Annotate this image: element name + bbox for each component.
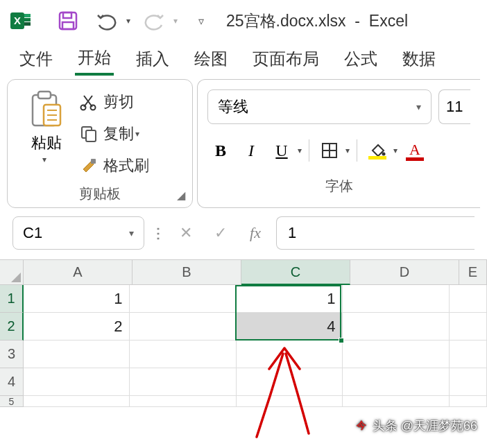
cell-d3[interactable] (343, 341, 449, 368)
column-header-a[interactable]: A (24, 260, 133, 285)
underline-dropdown-icon[interactable]: ▾ (298, 146, 302, 155)
fill-color-button[interactable] (364, 142, 391, 160)
insert-function-button[interactable]: fx (241, 219, 269, 247)
copy-icon (80, 125, 98, 143)
watermark-text: 头条 @天涯梦苑66 (373, 417, 477, 434)
cell-c2[interactable]: 4 (237, 313, 343, 341)
formula-input[interactable]: 1 (276, 216, 475, 250)
cell-b3[interactable] (130, 341, 236, 368)
cell-c4[interactable] (237, 368, 343, 396)
watermark: 今 头条 @天涯梦苑66 (354, 417, 477, 434)
tab-draw[interactable]: 绘图 (191, 44, 230, 74)
cell-d4[interactable] (343, 368, 449, 396)
fill-handle[interactable] (339, 338, 344, 343)
font-color-icon: A (409, 141, 420, 159)
svg-rect-9 (38, 92, 51, 98)
row-header-5[interactable]: 5 (0, 396, 24, 407)
format-painter-label: 格式刷 (103, 155, 149, 176)
cell-b5[interactable] (130, 396, 236, 407)
filename-text: 25宫格.docx.xlsx (226, 12, 346, 30)
clipboard-dialog-launcher[interactable]: ◢ (177, 189, 185, 202)
column-header-c[interactable]: C (241, 260, 350, 285)
chevron-down-icon: ▾ (416, 101, 421, 112)
bucket-icon (368, 142, 386, 157)
undo-dropdown-icon[interactable]: ▾ (126, 16, 130, 26)
cell-d2[interactable] (343, 313, 449, 341)
cell-b4[interactable] (130, 368, 236, 396)
cell-a2[interactable]: 2 (24, 313, 130, 341)
qat-customize-icon[interactable]: ▿ (198, 15, 204, 28)
borders-button[interactable] (316, 137, 343, 164)
redo-button[interactable] (139, 6, 169, 36)
font-color-button[interactable]: A (402, 141, 428, 161)
scissors-icon (80, 93, 98, 111)
save-button[interactable] (53, 6, 83, 36)
svg-rect-2 (24, 14, 31, 17)
fill-color-swatch (368, 156, 386, 160)
paste-button[interactable]: 粘贴 ▾ (17, 87, 76, 183)
column-header-b[interactable]: B (133, 260, 241, 285)
divider (309, 139, 309, 162)
svg-rect-18 (91, 159, 96, 164)
fill-color-dropdown-icon[interactable]: ▾ (393, 146, 398, 155)
format-painter-button[interactable]: 格式刷 (80, 152, 149, 180)
bold-button[interactable]: B (207, 137, 234, 164)
copy-dropdown-icon[interactable]: ▾ (135, 129, 139, 139)
quick-access-toolbar: ▾ ▾ ▿ (53, 6, 204, 36)
row-header-3[interactable]: 3 (0, 341, 24, 368)
formula-bar-separator: ⋮ (151, 225, 165, 241)
tab-insert[interactable]: 插入 (133, 44, 172, 74)
cell-c1[interactable]: 1 (237, 285, 343, 313)
underline-button[interactable]: U (268, 137, 295, 164)
cell-c5[interactable] (237, 396, 343, 407)
row-header-1[interactable]: 1 (0, 285, 24, 313)
svg-rect-6 (63, 12, 71, 18)
font-size-selector[interactable]: 11 (438, 89, 470, 124)
column-header-e[interactable]: E (459, 260, 487, 285)
app-name-text: Excel (369, 12, 408, 30)
window-title: 25宫格.docx.xlsx - Excel (226, 10, 408, 32)
copy-label: 复制 (103, 123, 134, 144)
cell-a4[interactable] (24, 368, 130, 396)
cell-a1[interactable]: 1 (24, 285, 130, 313)
tab-data[interactable]: 数据 (400, 44, 438, 74)
italic-button[interactable]: I (238, 137, 264, 164)
borders-dropdown-icon[interactable]: ▾ (345, 146, 350, 155)
cell-e3[interactable] (450, 341, 487, 368)
redo-dropdown-icon[interactable]: ▾ (173, 16, 178, 26)
cell-b1[interactable] (130, 285, 236, 313)
font-name-selector[interactable]: 等线 ▾ (207, 89, 432, 124)
tab-home[interactable]: 开始 (75, 42, 114, 76)
svg-point-22 (382, 152, 386, 155)
cut-button[interactable]: 剪切 (80, 88, 149, 116)
cancel-formula-button[interactable]: ✕ (172, 219, 200, 247)
paste-dropdown-icon[interactable]: ▾ (42, 155, 46, 164)
tab-formulas[interactable]: 公式 (341, 44, 380, 74)
enter-formula-button[interactable]: ✓ (207, 219, 234, 247)
cell-e4[interactable] (450, 368, 487, 396)
font-group: 等线 ▾ 11 B I U ▾ ▾ ▾ A (197, 79, 480, 208)
row-header-4[interactable]: 4 (0, 368, 24, 396)
column-header-d[interactable]: D (350, 260, 459, 285)
cell-e1[interactable] (450, 285, 487, 313)
copy-button[interactable]: 复制 ▾ (80, 120, 149, 148)
cell-a3[interactable] (24, 341, 130, 368)
borders-icon (321, 141, 339, 160)
cell-a5[interactable] (24, 396, 130, 407)
select-all-corner[interactable] (0, 260, 24, 285)
cell-c3[interactable] (237, 341, 343, 368)
tab-page-layout[interactable]: 页面布局 (250, 44, 322, 74)
cell-e2[interactable] (450, 313, 487, 341)
font-name-value: 等线 (218, 96, 248, 117)
formula-value: 1 (288, 224, 296, 242)
cell-e5[interactable] (450, 396, 487, 407)
cell-d1[interactable] (343, 285, 449, 313)
name-box[interactable]: C1 ▾ (12, 216, 144, 250)
font-color-swatch (406, 157, 424, 161)
cell-b2[interactable] (130, 313, 236, 341)
name-box-value: C1 (23, 224, 42, 242)
row-header-2[interactable]: 2 (0, 313, 24, 341)
undo-button[interactable] (92, 6, 122, 36)
tab-file[interactable]: 文件 (17, 44, 55, 74)
cell-d5[interactable] (343, 396, 449, 407)
